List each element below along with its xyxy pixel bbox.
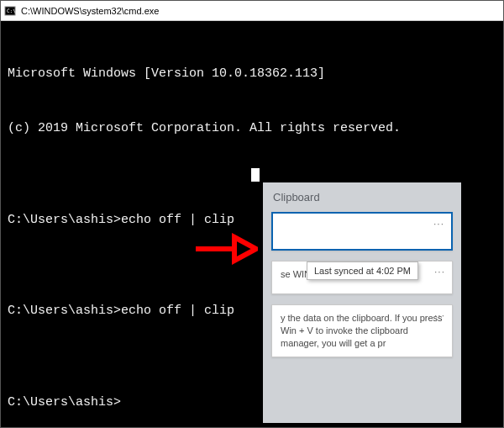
clipboard-item-selected[interactable]: ··· xyxy=(271,212,453,251)
sync-tooltip: Last synced at 4:02 PM xyxy=(307,262,418,280)
clipboard-item[interactable]: y the data on the clipboard. If you pres… xyxy=(271,304,453,357)
more-icon[interactable]: ··· xyxy=(433,217,444,230)
clipboard-item-text: y the data on the clipboard. If you pres… xyxy=(281,313,443,348)
titlebar[interactable]: C:\ C:\WINDOWS\system32\cmd.exe xyxy=(1,1,503,21)
terminal-line: (c) 2019 Microsoft Corporation. All righ… xyxy=(8,119,496,138)
clipboard-title: Clipboard xyxy=(271,191,453,203)
tooltip-text: Last synced at 4:02 PM xyxy=(314,266,411,276)
cmd-icon: C:\ xyxy=(4,5,16,17)
more-icon[interactable]: ··· xyxy=(434,309,445,322)
window-title: C:\WINDOWS\system32\cmd.exe xyxy=(21,6,159,16)
terminal-line: Microsoft Windows [Version 10.0.18362.11… xyxy=(8,65,496,83)
cmd-window: C:\ C:\WINDOWS\system32\cmd.exe Microsof… xyxy=(0,0,504,428)
svg-text:C:\: C:\ xyxy=(7,8,16,13)
clipboard-panel: Clipboard ··· se WIN + ··· y the data on… xyxy=(263,182,461,423)
more-icon[interactable]: ··· xyxy=(434,265,445,278)
cursor-block xyxy=(251,168,260,182)
